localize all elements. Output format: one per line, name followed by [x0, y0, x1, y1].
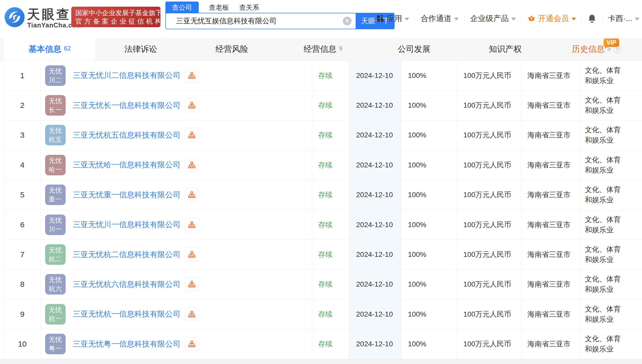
registered-capital: 100万元人民币 — [457, 210, 521, 239]
tab-3[interactable]: 经营风险 — [186, 38, 277, 60]
registered-capital: 100万元人民币 — [457, 299, 521, 329]
clear-icon[interactable]: ✕ — [343, 17, 352, 25]
row-index: 3 — [4, 120, 41, 150]
search-tab-relation[interactable]: 查关系 — [239, 3, 259, 12]
company-name-link[interactable]: 三亚无忧哈一信息科技有限公司 — [73, 160, 180, 170]
industry: 文化、体育和娱乐业 — [580, 120, 642, 150]
reg-date: 2024-12-10 — [349, 180, 402, 210]
nav-enterprise[interactable]: 企业级产品 — [470, 13, 516, 24]
search-tab-company[interactable]: 查公司 — [165, 2, 199, 13]
company-avatar: 无忧 杭五 — [45, 125, 66, 145]
tab-label: 经营风险 — [215, 44, 248, 55]
search-tabs: 查公司 查老板 查关系 — [165, 2, 259, 13]
tianyancha-logo-icon[interactable] — [5, 7, 25, 27]
tab-5[interactable]: 公司发展 — [369, 38, 460, 60]
company-name-link[interactable]: 三亚无忧杭二信息科技有限公司 — [73, 249, 180, 260]
company-name-link[interactable]: 三亚无忧杭五信息科技有限公司 — [73, 130, 180, 140]
investments-table: 1无忧 川二三亚无忧川二信息科技有限公司存续2024-12-10100%100万… — [0, 60, 642, 359]
ownership-percent: 100% — [402, 120, 457, 150]
reg-date: 2024-12-10 — [349, 120, 402, 150]
org-chart-button[interactable] — [185, 158, 199, 172]
ownership-percent: 100% — [402, 180, 457, 210]
ownership-percent: 100% — [402, 329, 457, 359]
org-chart-icon — [188, 161, 196, 169]
search-input[interactable] — [166, 13, 356, 29]
search-tab-boss[interactable]: 查老板 — [209, 3, 229, 12]
tab-6[interactable]: 知识产权 — [460, 38, 551, 60]
company-cell: 无忧 粤一三亚无忧粤一信息科技有限公司 — [41, 329, 312, 359]
status-badge: 存续 — [312, 120, 349, 150]
org-chart-icon — [188, 131, 196, 139]
company-name-link[interactable]: 三亚无忧粤一信息科技有限公司 — [73, 339, 180, 349]
org-chart-button[interactable] — [185, 218, 199, 232]
table-row: 10无忧 粤一三亚无忧粤一信息科技有限公司存续2024-12-10100%100… — [4, 329, 642, 359]
registered-capital: 100万元人民币 — [457, 180, 521, 210]
region: 海南省三亚市 — [521, 180, 580, 210]
org-chart-button[interactable] — [185, 68, 199, 83]
gov-badge-line2: 官方备案企业征信机构 — [75, 17, 156, 25]
industry: 文化、体育和娱乐业 — [580, 329, 642, 359]
row-index: 5 — [4, 180, 41, 210]
org-chart-button[interactable] — [185, 188, 199, 202]
notification-bell[interactable] — [588, 14, 596, 23]
org-chart-button[interactable] — [185, 337, 199, 351]
vip-badge: VIP — [604, 38, 619, 47]
username: 卡西·... — [608, 13, 632, 24]
reg-date: 2024-12-10 — [349, 210, 402, 239]
region: 海南省三亚市 — [521, 61, 580, 90]
nav-vip-label: 开通会员 — [538, 13, 569, 24]
company-name-link[interactable]: 三亚无忧长一信息科技有限公司 — [73, 100, 180, 111]
chevron-down-icon — [635, 18, 639, 21]
org-chart-button[interactable] — [185, 307, 199, 321]
status-badge: 存续 — [312, 270, 349, 299]
company-name-link[interactable]: 三亚无忧重一信息科技有限公司 — [73, 190, 180, 200]
search-box: ✕ — [165, 13, 356, 29]
table-row: 6无忧 川一三亚无忧川一信息科技有限公司存续2024-12-10100%100万… — [4, 210, 642, 240]
table-row: 9无忧 杭一三亚无忧杭一信息科技有限公司存续2024-12-10100%100万… — [4, 299, 642, 329]
company-avatar: 无忧 长一 — [45, 95, 66, 116]
reg-date: 2024-12-10 — [349, 329, 402, 359]
industry: 文化、体育和娱乐业 — [580, 90, 642, 120]
ownership-percent: 100% — [402, 61, 457, 90]
industry: 文化、体育和娱乐业 — [580, 270, 642, 299]
nav-partners[interactable]: 合作通道 — [421, 13, 459, 24]
ownership-percent: 100% — [402, 299, 457, 329]
company-avatar: 无忧 川二 — [45, 65, 66, 86]
org-chart-button[interactable] — [185, 98, 199, 113]
status-badge: 存续 — [312, 180, 349, 210]
nav-partners-label: 合作通道 — [421, 13, 452, 24]
company-cell: 无忧 杭一三亚无忧杭一信息科技有限公司 — [41, 299, 312, 329]
tab-label: 经营信息 — [304, 44, 336, 55]
company-name-link[interactable]: 三亚无忧川二信息科技有限公司 — [73, 70, 180, 81]
tab-7[interactable]: 历史信息5?VIP — [551, 38, 642, 60]
registered-capital: 100万元人民币 — [457, 120, 521, 150]
gov-badge-line1: 国家中小企业发展子基金旗下 — [75, 8, 156, 17]
bottom-strip — [0, 359, 642, 364]
company-cell: 无忧 川二三亚无忧川二信息科技有限公司 — [41, 61, 312, 90]
org-chart-button[interactable] — [185, 247, 199, 262]
company-name-link[interactable]: 三亚无忧川一信息科技有限公司 — [73, 219, 180, 230]
company-name-link[interactable]: 三亚无忧杭六信息科技有限公司 — [73, 279, 180, 290]
tab-count: 62 — [64, 45, 71, 52]
chevron-down-icon — [454, 18, 459, 21]
org-chart-button[interactable] — [185, 277, 199, 291]
user-menu[interactable]: 卡西·... — [608, 13, 639, 24]
tab-4[interactable]: 经营信息9 — [277, 38, 368, 60]
divider — [415, 14, 415, 23]
tab-1[interactable]: 基本信息62 — [4, 38, 95, 60]
reg-date: 2024-12-10 — [349, 150, 402, 180]
company-name-link[interactable]: 三亚无忧杭一信息科技有限公司 — [73, 309, 180, 319]
divider — [582, 14, 582, 23]
company-cell: 无忧 重一三亚无忧重一信息科技有限公司 — [41, 180, 312, 210]
table-row: 1无忧 川二三亚无忧川二信息科技有限公司存续2024-12-10100%100万… — [4, 61, 642, 90]
org-chart-button[interactable] — [185, 128, 199, 142]
status-badge: 存续 — [312, 299, 349, 329]
status-badge: 存续 — [312, 90, 349, 120]
nav-vip[interactable]: 开通会员 — [527, 13, 576, 24]
region: 海南省三亚市 — [521, 329, 580, 359]
company-avatar: 无忧 重一 — [45, 185, 66, 205]
table-row: 7无忧 杭二三亚无忧杭二信息科技有限公司存续2024-12-10100%100万… — [4, 240, 642, 269]
nav-apps[interactable]: 应用 — [376, 13, 409, 24]
industry: 文化、体育和娱乐业 — [580, 299, 642, 329]
tab-2[interactable]: 法律诉讼 — [95, 38, 186, 60]
